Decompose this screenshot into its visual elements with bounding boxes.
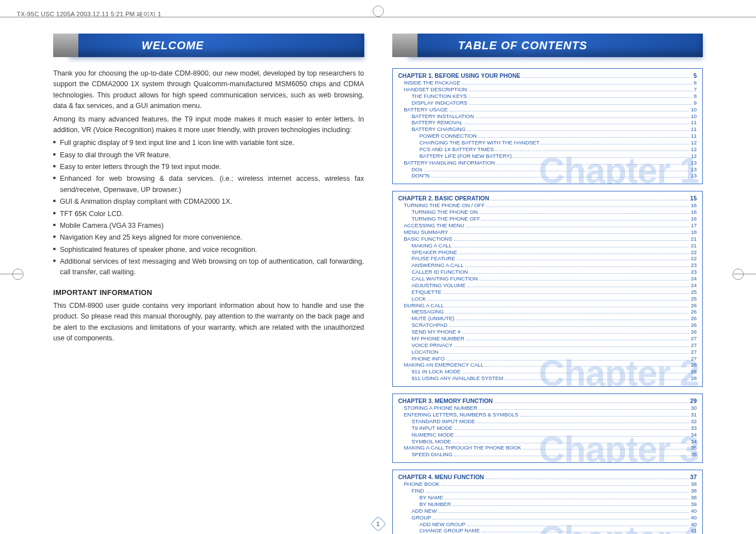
welcome-title: WELCOME (142, 39, 204, 52)
toc-line: BATTERY INSTALLATION10 (398, 113, 697, 120)
toc-label: SEND MY PHONE # (412, 329, 461, 335)
toc-label: SPEED DIALING (412, 451, 453, 458)
toc-label: ETIQUETTE (412, 289, 442, 296)
toc-label: ADD NEW GROUP (420, 521, 466, 528)
toc-leader (454, 429, 689, 430)
toc-leader (485, 366, 689, 367)
toc-page: 35 (691, 451, 697, 458)
toc-label: DURING A CALL (404, 302, 444, 309)
toc-label: PHONE BOOK (404, 481, 440, 488)
toc-line: BATTERY USAGE10 (398, 106, 697, 113)
toc-label: ANSWERING A CALL (412, 262, 464, 269)
welcome-para-2: Among its many advanced features, the T9… (53, 114, 364, 136)
toc-page: 34 (691, 432, 697, 438)
toc-label: MAKING AN EMERGENCY CALL (404, 362, 484, 368)
toc-line: DON'Ts13 (398, 172, 697, 179)
toc-line: DURING A CALL26 (398, 302, 697, 309)
toc-label: BATTERY INSTALLATION (412, 113, 475, 120)
welcome-column: WELCOME Thank you for choosing the up-to… (53, 34, 364, 526)
toc-line: TURNING THE PHONE ON / OFF16 (398, 202, 697, 209)
toc-leader (522, 77, 692, 78)
toc-line: ANSWERING A CALL23 (398, 262, 697, 269)
toc-leader (495, 151, 689, 151)
toc-line: SEND MY PHONE #26 (398, 329, 697, 335)
toc-line: CHARGING THE BATTERY WITH THE HANDSET12 (398, 139, 697, 146)
toc-page: 28 (691, 375, 697, 382)
toc-leader (513, 157, 689, 158)
toc-label: LOCATION (412, 349, 439, 355)
toc-leader (482, 220, 689, 221)
toc-leader (466, 340, 689, 340)
toc-line: SPEED DIALING35 (398, 451, 697, 458)
toc-label: CHAPTER 2. BASIC OPERATION (398, 195, 490, 202)
toc-line: THE FUNCTION KEYS8 (398, 93, 697, 100)
toc-page: 25 (691, 289, 697, 296)
toc-label: BASIC FUNCTIONS (404, 236, 453, 242)
toc-line: DOs13 (398, 166, 697, 173)
toc-label: CHARGING THE BATTERY WITH THE HANDSET (420, 139, 539, 146)
toc-chapter: Chapter 2CHAPTER 2. BASIC OPERATION15TUR… (392, 191, 703, 387)
toc-leader (468, 97, 692, 98)
toc-page: 26 (691, 315, 697, 322)
toc-label: CHAPTER 4. MENU FUNCTION (398, 474, 484, 481)
toc-label: CALLER ID FUNCTION (412, 269, 468, 275)
feature-item: Additional services of text messaging an… (53, 256, 364, 278)
toc-page: 13 (691, 166, 697, 173)
toc-label: CALL WAITING FUNCTION (412, 275, 478, 282)
toc-leader (424, 171, 689, 171)
toc-leader (495, 402, 689, 403)
toc-line: SCRATCHPAD26 (398, 322, 697, 329)
toc-leader (426, 492, 689, 493)
toc-page: 26 (691, 302, 697, 309)
toc-page: 23 (691, 269, 697, 275)
feature-item: Full graphic display of 9 text input lin… (53, 138, 364, 148)
toc-leader (523, 449, 689, 449)
toc-page: 32 (691, 418, 697, 425)
toc-label: TURNING THE PHONE ON (412, 209, 478, 216)
toc-line: ENTERING LETTERS, NUMBERS & SYMBOLS31 (398, 411, 697, 418)
toc-line: PHONE INFO27 (398, 355, 697, 362)
toc-page: 37 (690, 474, 697, 481)
toc-label: ENTERING LETTERS, NUMBERS & SYMBOLS (404, 411, 519, 418)
toc-page: 35 (691, 444, 697, 451)
toc-label: ADJUSTING VOLUME (412, 282, 466, 289)
toc-page: 24 (691, 282, 697, 289)
toc-leader (469, 273, 689, 274)
toc-leader (505, 380, 689, 380)
toc-line: CHAPTER 3. MEMORY FUNCTION29 (398, 397, 697, 405)
toc-page: 38 (691, 488, 697, 494)
toc-leader (445, 499, 689, 499)
toc-page: 11 (691, 133, 697, 139)
toc-label: T9 INPUT MODE (412, 425, 453, 432)
toc-page: 12 (691, 146, 697, 153)
toc-label: MAKING A CALL THROUGH THE PHONE BOOK (404, 444, 522, 451)
welcome-banner: WELCOME (53, 34, 364, 59)
toc-page: 24 (691, 275, 697, 282)
toc-leader (457, 260, 689, 260)
toc-page: 27 (691, 335, 697, 342)
toc-leader (443, 293, 689, 294)
feature-item: Enhanced for web browsing & data service… (53, 174, 364, 195)
toc-line: MY PHONE NUMBER27 (398, 335, 697, 342)
toc-leader (454, 456, 689, 456)
toc-label: STANDARD INPUT MODE (412, 418, 476, 425)
toc-leader (541, 144, 689, 144)
toc-label: 911 IN LOCK MODE (412, 368, 461, 375)
spread: WELCOME Thank you for choosing the up-to… (53, 34, 703, 526)
toc-page: 10 (691, 113, 697, 120)
toc-leader (453, 505, 689, 506)
crop-line (0, 274, 22, 274)
toc-page: 25 (691, 296, 697, 302)
toc-line: MAKING A CALL21 (398, 242, 697, 249)
toc-label: MENU SUMMARY (404, 229, 448, 236)
toc-page: 17 (691, 222, 697, 229)
toc-line: 911 USING ANY AVAILABLE SYSTEM28 (398, 375, 697, 382)
toc-line: MENU SUMMARY18 (398, 229, 697, 236)
toc-leader (482, 532, 689, 532)
toc-leader (456, 436, 689, 437)
toc-line: ADD NEW40 (398, 508, 697, 514)
crop-line (734, 274, 756, 274)
toc-leader (478, 137, 689, 138)
toc-line: BATTERY LIFE (FOR NEW BATTERY)12 (398, 153, 697, 160)
toc-page: 6 (694, 79, 697, 86)
